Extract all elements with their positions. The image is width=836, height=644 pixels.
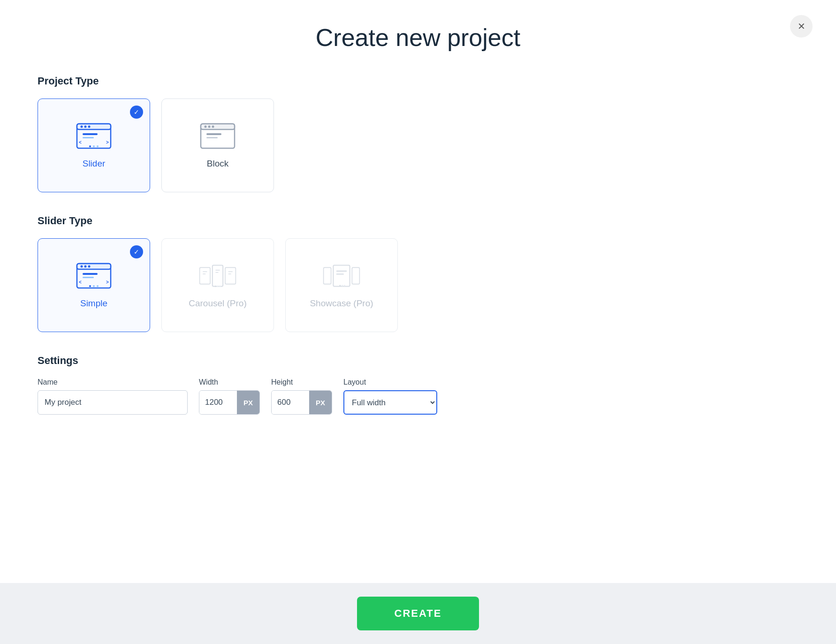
svg-point-15: [208, 126, 211, 128]
slider-type-label: Slider: [83, 159, 106, 169]
svg-text:>: >: [106, 140, 109, 145]
svg-rect-35: [203, 273, 205, 274]
svg-point-29: [93, 285, 95, 287]
svg-point-49: [342, 285, 343, 286]
svg-point-40: [215, 286, 216, 287]
showcase-icon: [323, 262, 360, 292]
slider-type-simple[interactable]: ✓ < > Simple: [38, 238, 150, 332]
svg-point-3: [84, 126, 87, 128]
svg-rect-25: [83, 277, 94, 278]
svg-rect-32: [213, 265, 223, 287]
slider-type-label: Slider Type: [38, 215, 798, 227]
layout-field-group: Layout Full width Fixed Responsive: [343, 378, 437, 415]
svg-point-11: [97, 145, 99, 147]
settings-row: Name Width PX Height PX La: [38, 378, 798, 415]
svg-rect-5: [83, 133, 98, 135]
footer-bar: CREATE: [0, 583, 836, 644]
project-type-grid: ✓ < > Slider: [38, 98, 798, 192]
layout-label: Layout: [343, 378, 437, 386]
page-title: Create new project: [38, 23, 798, 52]
svg-point-28: [89, 285, 91, 287]
selected-check-slider: ✓: [130, 106, 143, 119]
name-field-group: Name: [38, 378, 188, 415]
svg-rect-43: [324, 267, 331, 284]
svg-point-2: [81, 126, 83, 128]
svg-rect-24: [83, 273, 98, 275]
block-icon: [199, 122, 236, 152]
showcase-label: Showcase (Pro): [310, 298, 373, 309]
svg-point-23: [88, 265, 91, 268]
svg-point-21: [81, 265, 83, 268]
svg-text:>: >: [106, 280, 109, 285]
width-field-group: Width PX: [199, 378, 260, 415]
height-wrapper: PX: [271, 390, 332, 415]
width-label: Width: [199, 378, 260, 386]
svg-rect-17: [206, 133, 221, 135]
svg-point-50: [344, 285, 345, 286]
slider-type-grid: ✓ < > Simple: [38, 238, 798, 332]
slider-type-showcase[interactable]: Showcase (Pro): [285, 238, 398, 332]
project-type-label: Project Type: [38, 75, 798, 87]
svg-rect-6: [83, 137, 94, 138]
create-button[interactable]: CREATE: [357, 597, 479, 630]
block-type-label: Block: [207, 159, 228, 169]
svg-point-30: [97, 285, 99, 287]
svg-text:<: <: [79, 280, 82, 285]
selected-check-simple: ✓: [130, 245, 143, 258]
close-button[interactable]: ✕: [790, 15, 813, 38]
height-unit: PX: [309, 391, 332, 414]
carousel-label: Carousel (Pro): [189, 298, 247, 309]
settings-label: Settings: [38, 355, 798, 367]
svg-point-10: [93, 145, 95, 147]
name-input[interactable]: [38, 390, 188, 415]
svg-rect-31: [200, 267, 210, 284]
svg-point-42: [219, 286, 220, 287]
svg-rect-44: [333, 265, 350, 287]
width-input[interactable]: [199, 391, 237, 414]
svg-rect-45: [352, 267, 359, 284]
project-type-slider[interactable]: ✓ < > Slider: [38, 98, 150, 192]
slider-icon: < >: [75, 122, 113, 152]
svg-text:<: <: [79, 140, 82, 145]
height-input[interactable]: [272, 391, 309, 414]
svg-point-41: [217, 286, 218, 287]
name-label: Name: [38, 378, 188, 386]
slider-type-carousel[interactable]: Carousel (Pro): [161, 238, 274, 332]
svg-point-22: [84, 265, 87, 268]
width-wrapper: PX: [199, 390, 260, 415]
svg-point-16: [212, 126, 214, 128]
svg-rect-18: [206, 137, 218, 138]
svg-rect-38: [228, 271, 233, 272]
simple-icon: < >: [75, 262, 113, 292]
svg-point-9: [89, 145, 91, 147]
svg-rect-33: [225, 267, 236, 284]
height-field-group: Height PX: [271, 378, 332, 415]
svg-rect-37: [215, 272, 218, 273]
svg-rect-46: [336, 271, 347, 272]
layout-select[interactable]: Full width Fixed Responsive: [343, 390, 437, 415]
svg-rect-39: [228, 273, 231, 274]
simple-label: Simple: [80, 298, 107, 309]
project-type-block[interactable]: Block: [161, 98, 274, 192]
modal-content: ✕ Create new project Project Type ✓ < >: [0, 0, 836, 583]
svg-rect-47: [336, 273, 344, 274]
svg-point-4: [88, 126, 91, 128]
svg-point-14: [205, 126, 207, 128]
width-unit: PX: [237, 391, 259, 414]
carousel-icon: [199, 262, 236, 292]
svg-rect-36: [215, 270, 220, 271]
svg-rect-34: [203, 271, 207, 272]
height-label: Height: [271, 378, 332, 386]
settings-section: Settings Name Width PX Height PX: [38, 355, 798, 415]
svg-point-48: [339, 285, 341, 286]
